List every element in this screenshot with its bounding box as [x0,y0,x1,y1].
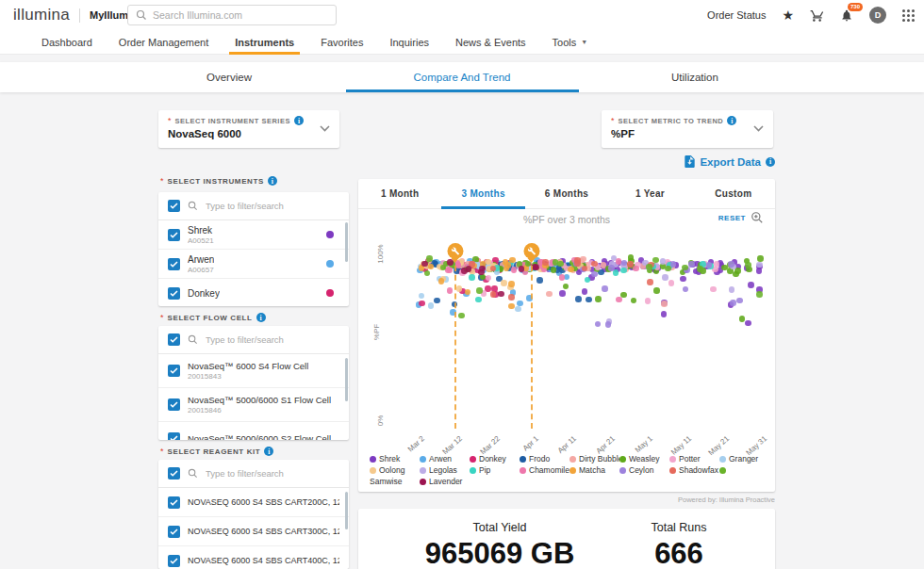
select-all-checkbox[interactable] [168,467,180,480]
instruments-filter-input[interactable] [206,201,339,211]
cart-icon[interactable] [810,8,824,23]
legend-item-oolong[interactable]: Oolong [370,464,420,476]
legend-item-granger[interactable]: Granger [719,453,769,464]
list-item-name: Donkey [188,288,220,299]
legend-item-frodo[interactable]: Frodo [520,453,569,464]
flow-cell-filter-input[interactable] [206,334,339,345]
range-tab-6-months[interactable]: 6 Months [525,179,608,208]
tab-compare-and-trend[interactable]: Compare And Trend [346,62,579,92]
list-item-novaseq-5000-6000-s2-flow-cell[interactable]: NovaSeq™ 5000/6000 S2 Flow Cell [158,422,349,440]
global-search-input[interactable] [153,9,328,21]
legend-item-chamomile[interactable]: Chamomile [520,464,569,476]
info-icon[interactable]: i [294,116,304,125]
tab-utilization[interactable]: Utilization [579,62,812,92]
checkbox-checked[interactable] [168,229,180,241]
scrollbar[interactable] [345,222,348,262]
maintenance-wrench-marker[interactable] [447,243,463,259]
select-all-checkbox[interactable] [168,200,180,212]
favorites-star-icon[interactable]: ★ [782,8,794,22]
header-divider [79,8,80,23]
info-icon[interactable]: i [727,116,736,125]
info-icon[interactable]: i [766,157,775,167]
data-point-weasley [551,267,557,273]
search-icon [188,334,198,345]
legend-color-dot [420,456,426,463]
legend-item-lavender[interactable]: Lavender [420,476,470,487]
legend-label: Ceylon [629,464,653,476]
y-axis-max-label: 100% [376,244,385,263]
legend-item-dirty-bubble[interactable]: Dirty Bubble [569,453,619,464]
data-point-chamomile [447,267,454,273]
global-search[interactable] [127,5,337,25]
checkbox-checked[interactable] [168,432,180,440]
list-item-id: 20015843 [188,372,308,381]
legend-item-donkey[interactable]: Donkey [470,453,520,464]
nav-item-news-events[interactable]: News & Events [442,30,539,54]
list-item-donkey[interactable]: Donkey [158,279,349,306]
range-tab-1-month[interactable]: 1 Month [358,179,441,208]
nav-item-label: Order Management [119,37,208,48]
instrument-series-select[interactable]: * SELECT INSTRUMENT SERIES i NovaSeq 600… [158,110,339,148]
list-item-novaseq-6000-s4-sbs-cart200c-1234[interactable]: NOVASEQ 6000 S4 SBS CART200C, 1234... [158,488,349,517]
data-point-chamomile [616,297,622,303]
checkbox-checked[interactable] [168,365,180,377]
maintenance-wrench-marker[interactable] [523,243,539,259]
tab-overview[interactable]: Overview [113,62,346,92]
legend-item-pip[interactable]: Pip [470,464,520,476]
reset-zoom-button[interactable]: RESET [718,211,764,224]
notifications-bell-icon[interactable]: 730 [840,8,853,23]
legend-label: Dirty Bubble [579,453,619,464]
legend-item-ceylon[interactable]: Ceylon [619,464,669,476]
nav-item-order-management[interactable]: Order Management [106,30,222,54]
legend-item-shrek[interactable]: Shrek [370,453,420,464]
illumina-logo[interactable]: illumina [13,6,70,24]
legend-item-samwise[interactable]: Samwise [370,476,420,487]
list-item-novaseq-6000-s4-flow-cell[interactable]: NovaSeq™ 6000 S4 Flow Cell20015843 [158,354,349,388]
list-item-text: NOVASEQ 6000 S4 SBS CART200C, 1234... [188,497,339,507]
data-point-samwise [646,264,652,270]
data-point-dirty-bubble [546,291,553,298]
legend-item-samwise[interactable] [719,464,769,476]
range-tab-custom[interactable]: Custom [692,179,775,208]
legend-item-arwen[interactable]: Arwen [420,453,470,464]
order-status-link[interactable]: Order Status [707,9,766,21]
info-icon[interactable]: i [256,313,266,322]
nav-item-inquiries[interactable]: Inquiries [376,30,442,54]
checkbox-checked[interactable] [168,287,180,300]
list-item-arwen[interactable]: ArwenA00657 [158,250,349,279]
list-item-novaseq-5000-6000-s1-flow-cell[interactable]: NovaSeq™ 5000/6000 S1 Flow Cell20015846 [158,388,349,422]
export-data-button[interactable]: Export Data i [602,155,775,168]
info-icon[interactable]: i [268,176,277,186]
apps-grid-icon[interactable] [902,9,915,22]
range-tab-3-months[interactable]: 3 Months [441,179,524,208]
nav-item-tools[interactable]: Tools▼ [539,30,602,54]
legend-item-legolas[interactable]: Legolas [420,464,470,476]
user-avatar[interactable]: D [869,7,886,24]
reagent-kit-filter-input[interactable] [206,468,339,479]
metric-select[interactable]: * SELECT METRIC TO TREND i %PF [602,110,773,148]
checkbox-checked[interactable] [168,258,180,270]
nav-item-dashboard[interactable]: Dashboard [28,30,106,54]
legend-item-potter[interactable]: Potter [669,453,719,464]
range-tab-1-year[interactable]: 1 Year [608,179,691,208]
scrollbar[interactable] [345,358,348,401]
legend-item-matcha[interactable]: Matcha [569,464,619,476]
legend-label: Frodo [529,453,550,464]
list-item-novaseq-6000-s4-sbs-cart400c-1234[interactable]: NOVASEQ 6000 S4 SBS CART400C, 1234... [158,546,349,569]
checkbox-checked[interactable] [168,496,180,509]
legend-item-weasley[interactable]: Weasley [619,453,669,464]
legend-item-shadowfax[interactable]: Shadowfax [669,464,719,476]
checkbox-checked[interactable] [168,555,180,567]
list-item-shrek[interactable]: ShrekA00521 [158,220,349,250]
checkbox-checked[interactable] [168,526,180,538]
nav-item-favorites[interactable]: Favorites [307,30,376,54]
list-item-novaseq-6000-s4-sbs-cart300c-1234[interactable]: NOVASEQ 6000 S4 SBS CART300C, 1234... [158,517,349,546]
total-runs-value: 666 [585,537,773,569]
info-icon[interactable]: i [264,447,273,456]
nav-item-instruments[interactable]: Instruments [222,30,307,54]
checkbox-checked[interactable] [168,398,180,411]
data-point-shrek [745,320,751,327]
scrollbar[interactable] [345,492,348,529]
select-all-checkbox[interactable] [168,333,180,346]
data-point-shadowfax [627,261,634,268]
